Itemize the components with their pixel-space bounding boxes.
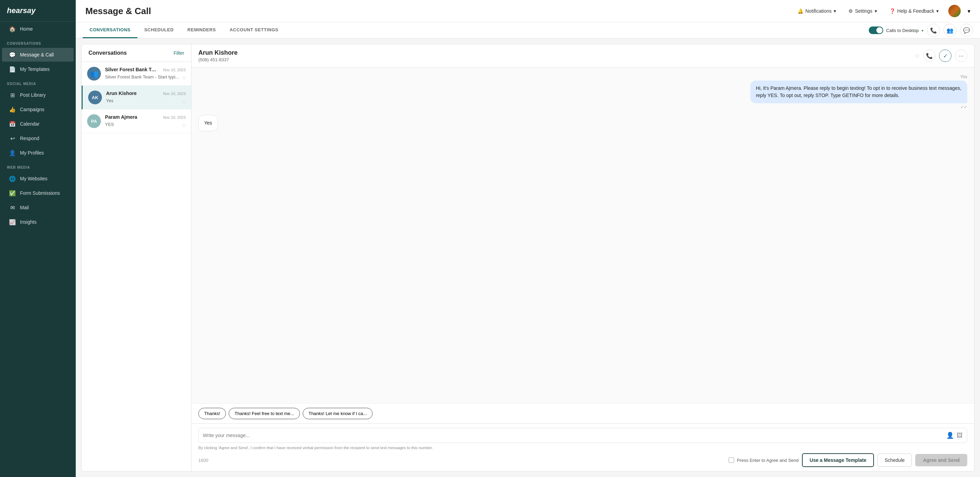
sidebar-item-my-profiles[interactable]: 👤 My Profiles	[2, 146, 74, 160]
notifications-button[interactable]: 🔔 Notifications ▾	[795, 7, 839, 15]
quick-reply-thanks[interactable]: Thanks!	[198, 408, 226, 419]
sidebar-item-insights[interactable]: 📈 Insights	[2, 215, 74, 229]
press-enter-label: Press Enter to Agree and Send	[737, 458, 799, 463]
convo-name-arun-kishore: Arun Kishore	[106, 90, 137, 96]
sidebar-item-my-templates[interactable]: 📄 My Templates	[2, 62, 74, 76]
insights-icon: 📈	[9, 219, 16, 225]
sidebar-item-campaigns[interactable]: 👍 Campaigns	[2, 103, 74, 116]
press-enter-row: Press Enter to Agree and Send	[729, 457, 799, 463]
convo-avatar-param-ajmera: PA	[87, 114, 101, 128]
notifications-label: Notifications	[805, 8, 832, 14]
sidebar-item-post-library[interactable]: ⊞ Post Library	[2, 88, 74, 102]
sidebar-item-mail[interactable]: ✉ Mail	[2, 201, 74, 214]
messages-area: You Hi, It's Param Ajmera. Please reply …	[191, 67, 974, 403]
schedule-button[interactable]: Schedule	[877, 453, 912, 467]
top-header: Message & Call 🔔 Notifications ▾ ⚙ Setti…	[76, 0, 980, 22]
conversation-item-arun-kishore[interactable]: AK Arun Kishore Nov 10, 2023 Yes ☆	[82, 86, 191, 109]
sidebar-item-form-submissions[interactable]: ✅ Form Submissions	[2, 186, 74, 200]
contact-icon[interactable]: 👤	[946, 431, 954, 439]
sidebar-mail-label: Mail	[20, 205, 29, 210]
image-icon[interactable]: 🖼	[956, 432, 963, 439]
conversation-item-param-ajmera[interactable]: PA Param Ajmera Nov 10, 2023 YES ☆	[82, 109, 191, 133]
help-chevron-icon: ▾	[936, 8, 939, 14]
avatar[interactable]	[948, 5, 961, 17]
group-btn[interactable]: 👥	[943, 24, 956, 37]
use-template-button[interactable]: Use a Message Template	[802, 453, 874, 467]
sidebar-item-respond[interactable]: ↩ Respond	[2, 132, 74, 145]
resolve-button[interactable]: ✓	[939, 49, 951, 62]
settings-button[interactable]: ⚙ Settings ▾	[846, 7, 880, 15]
calls-to-desktop-label: Calls to Desktop	[886, 28, 919, 33]
convo-date-arun-kishore: Nov 10, 2023	[163, 92, 186, 96]
sidebar-item-message-call[interactable]: 💬 Message & Call	[2, 48, 74, 62]
convo-preview-param-ajmera: YES	[105, 122, 114, 127]
star-icon-silver-forest[interactable]: ☆	[182, 75, 186, 81]
sent-bubble: Hi, It's Param Ajmera. Please reply to b…	[750, 81, 967, 103]
convo-date-silver-forest: Nov 10, 2023	[163, 68, 186, 72]
char-count: 1600	[198, 458, 208, 463]
convo-date-param-ajmera: Nov 10, 2023	[163, 115, 186, 119]
message-row-sent: You Hi, It's Param Ajmera. Please reply …	[198, 74, 967, 109]
home-icon: 🏠	[9, 25, 16, 32]
toggle-switch[interactable]	[869, 27, 883, 34]
conversation-item-silver-forest[interactable]: 👥 Silver Forest Bank Te... Nov 10, 2023 …	[82, 62, 191, 86]
star-contact-icon[interactable]: ☆	[914, 52, 920, 60]
consent-text: By clicking 'Agree and Send', I confirm …	[198, 446, 967, 450]
convo-preview-arun-kishore: Yes	[106, 98, 113, 103]
sidebar: hearsay 🏠 Home CONVERSATIONS 💬 Message &…	[0, 0, 76, 477]
forward-calls-btn[interactable]: 📞	[927, 24, 940, 37]
chat-btn[interactable]: 💬	[960, 24, 973, 37]
chat-icon: 💬	[963, 27, 970, 34]
agree-send-button[interactable]: Agree and Send	[915, 454, 967, 466]
tabs-left: CONVERSATIONS SCHEDULED REMINDERS ACCOUN…	[83, 22, 285, 38]
convo-name-param-ajmera: Param Ajmera	[105, 114, 137, 120]
star-icon-arun-kishore[interactable]: ☆	[182, 99, 186, 104]
sidebar-item-my-websites[interactable]: 🌐 My Websites	[2, 172, 74, 185]
conversations-panel: Conversations Filter 👥 Silver Forest Ban…	[81, 44, 191, 472]
post-library-icon: ⊞	[9, 92, 16, 98]
star-icon-param-ajmera[interactable]: ☆	[182, 122, 186, 128]
chat-contact-info: Arun Kishore (508) 451-8337	[198, 49, 238, 62]
calls-to-desktop-toggle[interactable]: Calls to Desktop ●	[869, 27, 924, 34]
tab-bar: CONVERSATIONS SCHEDULED REMINDERS ACCOUN…	[76, 22, 980, 38]
message-input-area: 👤 🖼 By clicking 'Agree and Send', I conf…	[191, 423, 974, 471]
sidebar-campaigns-label: Campaigns	[20, 107, 45, 112]
check-icon: ✓	[943, 53, 948, 59]
filter-button[interactable]: Filter	[173, 50, 184, 56]
chat-contact-name: Arun Kishore	[198, 49, 238, 56]
tab-account-settings[interactable]: ACCOUNT SETTINGS	[223, 22, 285, 38]
more-options-button[interactable]: ⋯	[955, 49, 967, 62]
sidebar-item-home[interactable]: 🏠 Home	[2, 22, 74, 36]
sidebar-section-web-media: WEB MEDIA	[0, 160, 76, 171]
green-dot-icon: ●	[921, 29, 924, 32]
settings-icon: ⚙	[848, 8, 853, 14]
tab-reminders[interactable]: REMINDERS	[180, 22, 223, 38]
bell-icon: 🔔	[797, 8, 803, 14]
conversation-list: 👥 Silver Forest Bank Te... Nov 10, 2023 …	[82, 62, 191, 471]
notifications-chevron-icon: ▾	[834, 8, 836, 14]
message-call-icon: 💬	[9, 51, 16, 58]
tab-conversations[interactable]: CONVERSATIONS	[83, 22, 137, 38]
tab-scheduled[interactable]: SCHEDULED	[137, 22, 180, 38]
sidebar-message-call-label: Message & Call	[20, 52, 54, 57]
press-enter-checkbox[interactable]	[729, 457, 734, 463]
quick-reply-feel-free[interactable]: Thanks! Feel free to text me...	[229, 408, 300, 419]
quick-reply-let-me-know[interactable]: Thanks! Let me know if I ca...	[303, 408, 372, 419]
more-icon: ⋯	[958, 53, 964, 59]
conversations-panel-title: Conversations	[89, 50, 127, 56]
convo-avatar-silver-forest: 👥	[87, 67, 101, 81]
convo-name-silver-forest: Silver Forest Bank Te...	[105, 67, 157, 72]
convo-info-arun-kishore: Arun Kishore Nov 10, 2023 Yes	[106, 90, 186, 104]
content-area: Conversations Filter 👥 Silver Forest Ban…	[76, 38, 980, 477]
message-row-received: Yes	[198, 115, 967, 131]
my-profiles-icon: 👤	[9, 149, 16, 156]
call-button[interactable]: 📞	[923, 49, 935, 62]
help-feedback-button[interactable]: ❓ Help & Feedback ▾	[887, 7, 942, 15]
my-websites-icon: 🌐	[9, 175, 16, 182]
sidebar-section-social-media: SOCIAL MEDIA	[0, 76, 76, 88]
phone-icon: 📞	[926, 53, 933, 59]
sidebar-item-calendar[interactable]: 📅 Calendar	[2, 117, 74, 131]
chat-panel: Arun Kishore (508) 451-8337 ☆ 📞 ✓ ⋯	[191, 44, 975, 472]
message-input[interactable]	[203, 433, 943, 438]
sidebar-my-websites-label: My Websites	[20, 176, 48, 181]
